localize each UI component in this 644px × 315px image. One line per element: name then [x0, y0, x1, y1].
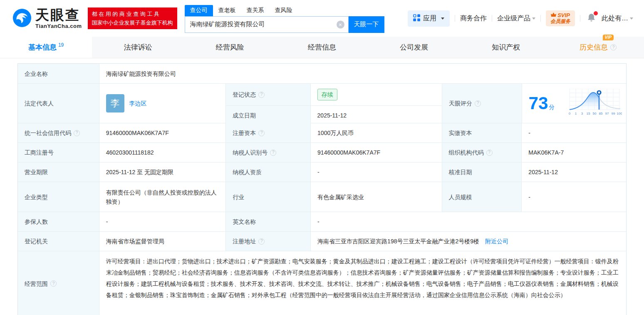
basic-info-panel: 企业名称 海南绿矿能源投资有限公司 法定代表人 李 李边区 登记状态 存续	[0, 58, 644, 315]
reg-status-label-text: 登记状态	[233, 90, 256, 99]
tab-intellectual-property[interactable]: 知识产权	[460, 37, 552, 58]
row-company-name: 企业名称 海南绿矿能源投资有限公司	[18, 64, 626, 84]
reg-number-value: 460203001118182	[99, 143, 226, 162]
search-tab-relation[interactable]: 查关系	[241, 5, 270, 16]
help-icon[interactable]	[270, 150, 276, 156]
reg-address-label: 注册地址	[226, 232, 311, 251]
row-reg-authority: 登记机关 海南省市场监督管理局 注册地址 海南省三亚市吉阳区迎宾路198号三亚太…	[18, 232, 626, 251]
tab-basic-info-label: 基本信息	[28, 42, 57, 52]
apps-label: 应用	[423, 14, 436, 23]
user-account-label: 此处有…	[602, 14, 628, 23]
row-business-term: 营业期限 2025-11-12 至 无固定期限 纳税人资质 - 核准日期 202…	[18, 162, 626, 182]
business-scope-label-text: 经营范围	[25, 279, 48, 288]
tab-operating-risk-label: 经营风险	[216, 42, 244, 52]
company-name-label: 企业名称	[18, 64, 99, 83]
brand-domain: TianYanCha.com	[35, 23, 82, 29]
reg-authority-value: 海南省市场监督管理局	[99, 232, 226, 251]
tab-basic-info[interactable]: 基本信息 19	[0, 37, 92, 58]
business-coop-link[interactable]: 商务合作	[460, 14, 487, 23]
help-icon[interactable]	[610, 44, 617, 50]
company-name-value: 海南绿矿能源投资有限公司	[99, 64, 626, 83]
help-icon[interactable]	[258, 130, 265, 136]
taxpayer-id-label: 纳税人识别号	[226, 143, 311, 162]
notification-dot	[594, 11, 598, 15]
nearby-companies-link[interactable]: 附近公司	[485, 237, 508, 246]
score-number: 73	[529, 95, 548, 112]
english-name-value: -	[311, 212, 626, 231]
help-icon[interactable]	[475, 100, 481, 107]
tab-business-info-label: 经营信息	[308, 42, 336, 52]
legal-rep-avatar[interactable]: 李	[106, 94, 124, 112]
divider	[492, 15, 492, 22]
tab-history-info-label: 历史信息	[580, 42, 608, 52]
user-account-menu[interactable]: 此处有…	[602, 14, 633, 23]
enterprise-products-menu[interactable]: 企业级产品	[497, 14, 535, 23]
svip-membership-button[interactable]: SVIP 会员服务	[546, 10, 575, 26]
enterprise-products-label: 企业级产品	[497, 14, 530, 23]
company-info-table: 企业名称 海南绿矿能源投资有限公司 法定代表人 李 李边区 登记状态 存续	[17, 63, 627, 315]
legal-rep-link[interactable]: 李边区	[129, 99, 147, 108]
reg-address-text: 海南省三亚市吉阳区迎宾路198号三亚太平金融产业港2号楼9楼	[317, 237, 479, 246]
svip-sublabel: 会员服务	[550, 18, 570, 25]
tab-legal-proceedings-label: 法律诉讼	[124, 42, 152, 52]
help-icon[interactable]	[258, 238, 265, 245]
search-button[interactable]: 天眼一下	[349, 16, 384, 33]
chevron-down-icon	[441, 18, 444, 20]
clear-search-icon[interactable]	[337, 20, 344, 28]
approval-date-label: 核准日期	[442, 162, 522, 182]
score-label-text: 天眼评分	[449, 99, 472, 108]
svg-text:100: 100	[617, 112, 622, 115]
score-value-cell[interactable]: 73 分	[522, 84, 626, 123]
crown-icon	[551, 12, 556, 18]
tab-business-info[interactable]: 经营信息	[276, 37, 368, 58]
search-tab-company[interactable]: 查公司	[185, 5, 213, 16]
company-type-value: 有限责任公司（非自然人投资或控股的法人独资）	[99, 182, 226, 212]
svg-text:3: 3	[581, 112, 583, 115]
help-icon[interactable]	[74, 130, 80, 136]
taxpayer-id-label-text: 纳税人识别号	[233, 148, 268, 157]
org-code-label: 组织机构代码	[442, 143, 522, 162]
insured-count-value: -	[99, 212, 226, 231]
brand-slogan: 都 在 用 的 商 业 查 询 工 具 国家中小企业发展子基金旗下机构	[88, 8, 177, 29]
tab-basic-info-count: 19	[58, 42, 64, 48]
reg-status-value: 存续	[311, 84, 442, 105]
vip-badge: VIP	[603, 35, 614, 40]
credit-code-value: 91460000MAK06K7A7F	[99, 123, 226, 142]
reg-address-label-text: 注册地址	[233, 237, 256, 246]
tianyancha-logo-icon	[12, 8, 32, 29]
row-company-type: 企业类型 有限责任公司（非自然人投资或控股的法人独资） 行业 有色金属矿采选业 …	[18, 182, 626, 212]
row-legal-representative: 法定代表人 李 李边区 登记状态 存续 成立日期 2025-11-12	[18, 84, 626, 123]
staff-size-label: 人员规模	[442, 182, 522, 212]
header-right: 应用 商务合作 企业级产品 SVIP 会员服务	[408, 10, 633, 27]
business-scope-label: 经营范围	[18, 251, 99, 315]
industry-label: 行业	[226, 182, 311, 212]
help-icon[interactable]	[258, 92, 265, 98]
tab-company-development[interactable]: 公司发展	[368, 37, 460, 58]
svg-text:1: 1	[575, 112, 577, 115]
tianyancha-logo[interactable]: 天眼查 TianYanCha.com	[12, 8, 82, 29]
apps-menu-button[interactable]: 应用	[408, 10, 450, 27]
status-badge: 存续	[317, 89, 337, 100]
row-establish-date: 成立日期 2025-11-12	[226, 106, 442, 125]
brand-name: 天眼查	[35, 8, 82, 22]
help-icon[interactable]	[50, 280, 57, 287]
notifications-button[interactable]	[587, 13, 596, 24]
paid-capital-label: 实缴资本	[442, 123, 522, 142]
svg-text:0: 0	[569, 112, 571, 115]
staff-size-value: -	[522, 182, 626, 212]
svg-text:15: 15	[587, 112, 590, 115]
search-input[interactable]	[185, 16, 349, 33]
divider	[455, 15, 455, 22]
reg-status-label: 登记状态	[226, 84, 311, 105]
help-icon[interactable]	[486, 150, 493, 156]
tab-legal-proceedings[interactable]: 法律诉讼	[92, 37, 184, 58]
search-tab-boss[interactable]: 查老板	[213, 5, 241, 16]
svg-text:85: 85	[599, 112, 603, 115]
tab-history-info[interactable]: 历史信息 VIP	[552, 37, 644, 58]
legal-rep-label: 法定代表人	[18, 84, 99, 123]
tab-operating-risk[interactable]: 经营风险	[184, 37, 276, 58]
row-credit-code: 统一社会信用代码 91460000MAK06K7A7F 注册资本 1000万人民…	[18, 123, 626, 143]
credit-code-label-text: 统一社会信用代码	[25, 128, 71, 138]
tab-intellectual-property-label: 知识产权	[492, 42, 520, 52]
search-tab-risk[interactable]: 查风险	[270, 5, 298, 16]
